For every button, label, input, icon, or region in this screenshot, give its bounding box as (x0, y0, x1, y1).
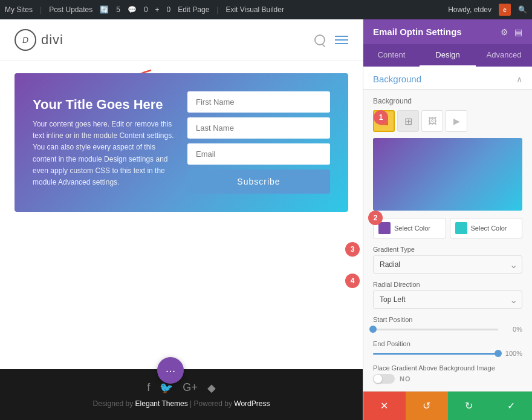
end-position-label: End Position (373, 340, 522, 347)
updates-count-icon: 🔄 (100, 5, 109, 14)
separator-2: | (216, 5, 218, 14)
elegant-themes-link[interactable]: Elegant Themes (135, 399, 188, 408)
start-position-group: Start Position 0% (373, 316, 522, 333)
bg-type-image[interactable]: 🖼 (421, 110, 443, 132)
exit-visual-builder-link[interactable]: Exit Visual Builder (225, 5, 284, 14)
footer-text: Designed by Elegant Themes | Powered by … (12, 399, 351, 408)
divi-circle-logo: D (15, 29, 36, 51)
badge-4: 4 (345, 274, 360, 288)
updates-count[interactable]: 5 (116, 5, 120, 14)
comments-icon: 💬 (128, 5, 137, 14)
first-name-input[interactable] (187, 91, 330, 113)
panel-content: Background ∧ Background ⊞ 🖼 (363, 67, 532, 391)
start-position-slider-row: 0% (373, 326, 522, 333)
optin-form: Subscribe (187, 91, 330, 194)
place-gradient-toggle[interactable] (373, 374, 395, 384)
start-position-track[interactable] (373, 329, 498, 330)
my-sites-link[interactable]: My Sites (5, 5, 33, 14)
nav-search-icon[interactable] (314, 34, 325, 45)
panel-title: Email Optin Settings (373, 27, 462, 37)
panel-settings-icon[interactable]: ⚙ (501, 27, 508, 37)
tab-advanced[interactable]: Advanced (476, 44, 532, 67)
bg-type-gradient[interactable]: ⊞ (397, 110, 419, 132)
optin-body: Your content goes here. Edit or remove t… (33, 119, 175, 188)
new-link[interactable]: 0 (167, 5, 171, 14)
place-gradient-group: Place Gradient Above Background Image NO (373, 364, 522, 384)
optin-text-area: Your Title Goes Here Your content goes h… (33, 97, 175, 188)
image-type-icon: 🖼 (428, 116, 436, 126)
color-swatch-1 (378, 222, 391, 234)
gradient-type-icon: ⊞ (404, 116, 412, 127)
admin-search-icon[interactable]: 🔍 (518, 5, 527, 14)
howdy-text: Howdy, etdev (448, 5, 491, 14)
last-name-input[interactable] (187, 117, 330, 139)
edit-page-link[interactable]: Edit Page (178, 5, 209, 14)
panel-tabs: Content Design Advanced (363, 44, 532, 67)
admin-bar: My Sites | Post Updates 🔄 5 💬 0 + 0 Edit… (0, 0, 532, 19)
facebook-icon[interactable]: f (147, 381, 150, 395)
fab-button[interactable]: ··· (157, 357, 184, 384)
website-preview: D divi (0, 19, 363, 420)
comments-count[interactable]: 0 (144, 5, 148, 14)
main-layout: D divi (0, 19, 532, 420)
rss-icon[interactable]: ◆ (207, 381, 216, 395)
tab-design[interactable]: Design (420, 44, 476, 67)
wordpress-link[interactable]: WordPress (234, 399, 270, 408)
settings-panel: Email Optin Settings ⚙ ▤ Content Design … (363, 19, 532, 420)
color-swatch-2 (455, 222, 467, 234)
video-type-icon: ▶ (453, 116, 460, 126)
radial-direction-field: Radial Direction Center Top Left Top Cen… (373, 281, 522, 309)
radial-direction-select-wrapper: Center Top Left Top Center Top Right (373, 290, 522, 309)
end-position-track[interactable] (373, 353, 498, 355)
end-position-thumb[interactable] (495, 350, 502, 357)
site-header: D divi (0, 19, 363, 61)
gradient-type-select[interactable]: Linear Radial Circular Conical (373, 255, 522, 274)
email-input[interactable] (187, 143, 330, 165)
end-position-group: End Position 100% (373, 340, 522, 357)
start-position-value: 0% (503, 326, 522, 333)
divi-logo-text: divi (41, 32, 63, 48)
badge-1: 1 (374, 110, 388, 125)
section-header-background: Background ∧ (363, 67, 532, 90)
email-optin-module[interactable]: Your Title Goes Here Your content goes h… (15, 73, 348, 212)
badge-2: 2 (368, 211, 383, 225)
confirm-button[interactable]: ✓ (490, 392, 532, 420)
panel-minimize-icon[interactable]: ▤ (514, 27, 522, 37)
optin-title: Your Title Goes Here (33, 97, 175, 113)
toggle-knob (374, 375, 382, 383)
place-gradient-toggle-label: NO (400, 375, 411, 382)
color-selector-1[interactable]: Select Color (373, 218, 446, 238)
panel-header-icons: ⚙ ▤ (501, 27, 522, 37)
bg-label: Background (373, 97, 522, 105)
gradient-preview (373, 138, 522, 211)
hamburger-menu[interactable] (335, 36, 348, 44)
subscribe-button[interactable]: Subscribe (187, 169, 330, 194)
color-selectors: Select Color Select Color (373, 218, 522, 238)
gradient-type-label: Gradient Type (373, 246, 522, 253)
refresh-button[interactable]: ↻ (448, 392, 490, 420)
color-selector-label-1: Select Color (394, 225, 430, 232)
reset-button[interactable]: ↺ (406, 392, 448, 420)
start-position-thumb[interactable] (369, 326, 377, 333)
radial-direction-label: Radial Direction (373, 281, 522, 288)
bg-type-video[interactable]: ▶ (446, 110, 467, 132)
section-title: Background (373, 74, 421, 84)
footer-social-icons: f 🐦 G+ ◆ (12, 381, 351, 395)
section-collapse-icon[interactable]: ∧ (516, 74, 522, 84)
color-selector-2[interactable]: Select Color (450, 218, 523, 238)
add-new-icon: + (155, 5, 160, 14)
gradient-type-field: Gradient Type Linear Radial Circular Con… (373, 246, 522, 274)
radial-direction-select[interactable]: Center Top Left Top Center Top Right (373, 290, 522, 309)
bg-type-icons: ⊞ 🖼 ▶ (373, 110, 522, 132)
place-gradient-toggle-row: NO (373, 374, 522, 384)
background-section: Background ⊞ 🖼 ▶ (363, 90, 532, 391)
site-logo: D divi (15, 29, 63, 51)
user-avatar: e (499, 4, 511, 16)
panel-header: Email Optin Settings ⚙ ▤ (363, 19, 532, 44)
google-plus-icon[interactable]: G+ (183, 381, 198, 395)
post-updates-link[interactable]: Post Updates (49, 5, 92, 14)
cancel-button[interactable]: ✕ (363, 392, 406, 420)
tab-content[interactable]: Content (363, 44, 420, 67)
end-position-value: 100% (503, 350, 522, 357)
site-nav (314, 34, 348, 45)
